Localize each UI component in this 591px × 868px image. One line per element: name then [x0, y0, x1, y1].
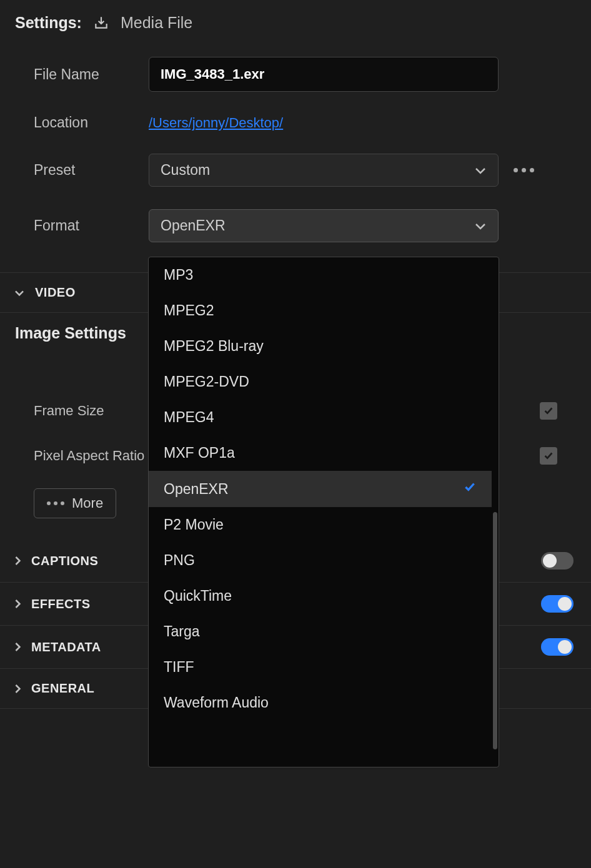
format-option-label: PNG — [164, 552, 195, 569]
pixel-aspect-label: Pixel Aspect Ratio — [34, 448, 149, 464]
file-name-label: File Name — [34, 66, 149, 83]
format-option[interactable]: MPEG2 Blu-ray — [149, 328, 492, 364]
format-option[interactable]: TIFF — [149, 649, 492, 685]
format-option-label: Targa — [164, 623, 200, 640]
preset-more-menu[interactable] — [514, 168, 534, 172]
format-option-label: OpenEXR — [164, 481, 229, 498]
metadata-toggle[interactable] — [541, 638, 574, 656]
chevron-right-icon[interactable] — [14, 641, 21, 653]
media-file-label: Media File — [121, 14, 192, 32]
format-option-label: MPEG2 Blu-ray — [164, 338, 264, 355]
format-value: OpenEXR — [161, 217, 226, 234]
scrollbar-thumb[interactable] — [493, 512, 497, 749]
format-option[interactable]: OpenEXR — [149, 471, 492, 507]
format-option[interactable]: Targa — [149, 614, 492, 649]
section-video-title: VIDEO — [35, 285, 76, 300]
more-button[interactable]: More — [34, 488, 116, 518]
format-select[interactable]: OpenEXR — [149, 209, 499, 242]
chevron-down-icon — [474, 166, 487, 175]
section-general-title: GENERAL — [31, 681, 94, 696]
format-option-label: TIFF — [164, 659, 194, 676]
format-option[interactable]: QuickTime — [149, 578, 492, 614]
pixel-aspect-checkbox[interactable] — [540, 447, 557, 465]
dots-icon — [47, 501, 64, 505]
format-option-label: QuickTime — [164, 588, 232, 604]
format-option-label: Waveform Audio — [164, 694, 269, 711]
section-effects-title: EFFECTS — [31, 597, 91, 611]
settings-title: Settings: — [15, 14, 82, 32]
format-option[interactable]: MPEG2-DVD — [149, 364, 492, 400]
effects-toggle[interactable] — [541, 595, 574, 613]
dropdown-scrollbar[interactable] — [492, 257, 499, 767]
format-label: Format — [34, 217, 149, 234]
chevron-right-icon[interactable] — [14, 683, 21, 694]
preset-select[interactable]: Custom — [149, 154, 499, 187]
chevron-down-icon[interactable] — [14, 289, 25, 297]
format-option[interactable]: P2 Movie — [149, 507, 492, 543]
preset-value: Custom — [161, 162, 210, 179]
frame-size-checkbox[interactable] — [540, 402, 557, 420]
more-label: More — [72, 495, 103, 511]
format-option-label: MPEG4 — [164, 409, 214, 426]
format-option[interactable]: MXF OP1a — [149, 435, 492, 471]
location-label: Location — [34, 114, 149, 131]
frame-size-label: Frame Size — [34, 403, 149, 419]
format-option-label: MP3 — [164, 267, 193, 284]
chevron-right-icon[interactable] — [14, 598, 21, 609]
format-option[interactable]: MP3 — [149, 257, 492, 293]
file-name-input[interactable] — [149, 57, 499, 92]
chevron-down-icon — [474, 222, 487, 230]
chevron-right-icon[interactable] — [14, 555, 21, 566]
export-icon[interactable] — [93, 15, 109, 31]
captions-toggle[interactable] — [541, 552, 574, 570]
preset-label: Preset — [34, 162, 149, 179]
section-metadata-title: METADATA — [31, 640, 101, 654]
location-link[interactable]: /Users/jonny/Desktop/ — [149, 115, 283, 131]
check-icon — [463, 480, 477, 498]
section-captions-title: CAPTIONS — [31, 554, 98, 568]
format-option[interactable]: Waveform Audio — [149, 685, 492, 721]
format-option[interactable]: MPEG4 — [149, 400, 492, 435]
format-option[interactable]: MPEG2 — [149, 293, 492, 328]
format-option-label: MPEG2 — [164, 302, 214, 319]
format-option-label: P2 Movie — [164, 516, 224, 533]
format-dropdown: MP3MPEG2MPEG2 Blu-rayMPEG2-DVDMPEG4MXF O… — [148, 257, 499, 767]
format-option[interactable]: PNG — [149, 543, 492, 578]
format-option-label: MPEG2-DVD — [164, 373, 249, 390]
format-option-label: MXF OP1a — [164, 445, 235, 461]
